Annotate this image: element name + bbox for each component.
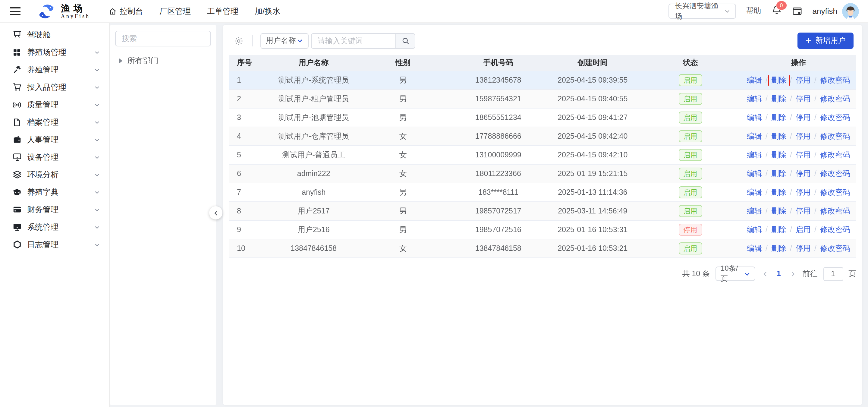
disable-action-link[interactable]: 停用 xyxy=(796,151,811,159)
current-page-number[interactable]: 1 xyxy=(777,270,781,278)
disable-action-link[interactable]: 停用 xyxy=(796,207,811,215)
edit-action-link[interactable]: 编辑 xyxy=(747,113,762,122)
row-index-cell: 9 xyxy=(229,225,273,234)
enable-action-link[interactable]: 启用 xyxy=(796,225,811,233)
delete-action-link[interactable]: 删除 xyxy=(771,132,786,140)
help-link[interactable]: 帮助 xyxy=(746,6,761,16)
edit-action-link[interactable]: 编辑 xyxy=(747,169,762,178)
filter-field-select[interactable]: 用户名称 xyxy=(260,33,309,49)
edit-action-link[interactable]: 编辑 xyxy=(747,151,762,159)
delete-action-link[interactable]: 删除 xyxy=(771,151,786,159)
disable-action-link[interactable]: 停用 xyxy=(796,113,811,122)
table-row: 6admin222女180112233662025-01-19 15:21:15… xyxy=(229,165,856,183)
action-separator: / xyxy=(814,132,816,140)
department-search-input[interactable] xyxy=(115,31,211,46)
search-button[interactable] xyxy=(396,33,415,49)
change-password-action-link[interactable]: 修改密码 xyxy=(820,132,850,140)
action-separator: / xyxy=(790,113,792,122)
change-password-action-link[interactable]: 修改密码 xyxy=(820,225,850,233)
sidebar-item-label: 养殖字典 xyxy=(27,187,59,197)
edit-action-link[interactable]: 编辑 xyxy=(747,188,762,196)
page-size-select[interactable]: 10条/页 xyxy=(715,267,755,281)
phone-cell: 18011223366 xyxy=(451,169,546,178)
created-time-cell: 2025-04-15 09:42:10 xyxy=(546,151,640,159)
monitor-icon xyxy=(12,153,22,162)
delete-action-link[interactable]: 删除 xyxy=(771,244,786,252)
sidebar-item-1[interactable]: 养殖场管理 xyxy=(0,43,109,61)
change-password-action-link[interactable]: 修改密码 xyxy=(820,94,850,103)
table-row: 7anyfish男183****81112025-01-13 11:14:36启… xyxy=(229,183,856,202)
prev-page-button[interactable] xyxy=(761,271,770,277)
edit-action-link[interactable]: 编辑 xyxy=(747,207,762,215)
sidebar-item-7[interactable]: 设备管理 xyxy=(0,148,109,166)
change-password-action-link[interactable]: 修改密码 xyxy=(820,169,850,178)
caret-right-icon[interactable] xyxy=(119,59,122,63)
delete-action-link[interactable]: 删除 xyxy=(771,207,786,215)
sidebar-item-6[interactable]: 人事管理 xyxy=(0,131,109,148)
tree-item-all-departments[interactable]: 所有部门 xyxy=(115,56,211,66)
change-password-action-link[interactable]: 修改密码 xyxy=(820,113,850,122)
delete-action-link[interactable]: 删除 xyxy=(771,169,786,178)
edit-action-link[interactable]: 编辑 xyxy=(747,94,762,103)
console-settings-icon[interactable] xyxy=(792,6,802,16)
delete-action-link[interactable]: 删除 xyxy=(771,94,786,103)
disable-action-link[interactable]: 停用 xyxy=(796,94,811,103)
sidebar-item-10[interactable]: 财务管理 xyxy=(0,201,109,218)
action-separator: / xyxy=(814,225,816,233)
delete-action-link[interactable]: 删除 xyxy=(771,188,786,196)
column-settings-gear-icon[interactable] xyxy=(231,33,246,48)
change-password-action-link[interactable]: 修改密码 xyxy=(820,207,850,215)
disable-action-link[interactable]: 停用 xyxy=(796,244,811,252)
add-user-button[interactable]: 新增用户 xyxy=(798,33,854,49)
sidebar-item-2[interactable]: 养殖管理 xyxy=(0,61,109,79)
sidebar-item-0[interactable]: 驾驶舱 xyxy=(0,26,109,43)
action-separator: / xyxy=(766,113,768,122)
nav-item-workorder[interactable]: 工单管理 xyxy=(207,6,239,17)
edit-action-link[interactable]: 编辑 xyxy=(747,244,762,252)
sidebar-item-5[interactable]: 档案管理 xyxy=(0,113,109,131)
add-user-label: 新增用户 xyxy=(815,36,846,46)
delete-action-link[interactable]: 删除 xyxy=(771,225,786,233)
sidebar-item-12[interactable]: 日志管理 xyxy=(0,236,109,253)
disable-action-link[interactable]: 停用 xyxy=(796,76,811,84)
sidebar-item-11[interactable]: 系统管理 xyxy=(0,218,109,236)
goto-page-input[interactable] xyxy=(823,267,843,281)
column-header: 性别 xyxy=(355,58,451,68)
created-time-cell: 2025-04-15 09:40:55 xyxy=(546,95,640,103)
phone-cell: 183****8111 xyxy=(451,188,546,196)
change-password-action-link[interactable]: 修改密码 xyxy=(820,151,850,159)
edit-action-link[interactable]: 编辑 xyxy=(747,225,762,233)
hamburger-menu-icon[interactable] xyxy=(8,5,23,18)
action-separator: / xyxy=(766,207,768,215)
notification-bell-icon[interactable]: 0 xyxy=(772,5,782,18)
disable-action-link[interactable]: 停用 xyxy=(796,188,811,196)
action-separator: / xyxy=(766,94,768,103)
sidebar-item-4[interactable]: 质量管理 xyxy=(0,96,109,113)
nav-item-water[interactable]: 加/换水 xyxy=(255,6,280,17)
user-avatar[interactable] xyxy=(842,3,859,20)
nav-item-factory[interactable]: 厂区管理 xyxy=(159,6,191,17)
change-password-action-link[interactable]: 修改密码 xyxy=(820,76,850,84)
change-password-action-link[interactable]: 修改密码 xyxy=(820,188,850,196)
delete-action-link[interactable]: 删除 xyxy=(771,76,786,84)
sidebar-item-label: 驾驶舱 xyxy=(27,29,51,40)
nav-item-console[interactable]: 控制台 xyxy=(108,6,143,17)
bank-card-icon xyxy=(12,205,22,214)
delete-action-link[interactable]: 删除 xyxy=(771,113,786,122)
keyword-input[interactable] xyxy=(311,33,396,49)
workspace-select[interactable]: 长兴泗安塘渔场 xyxy=(669,4,736,19)
sidebar-item-8[interactable]: 环境分析 xyxy=(0,166,109,183)
edit-action-link[interactable]: 编辑 xyxy=(747,132,762,140)
edit-action-link[interactable]: 编辑 xyxy=(747,76,762,84)
change-password-action-link[interactable]: 修改密码 xyxy=(820,244,850,252)
next-page-button[interactable] xyxy=(788,271,797,277)
row-index-cell: 1 xyxy=(229,76,273,85)
panel-collapse-button[interactable] xyxy=(209,206,222,219)
sidebar-item-3[interactable]: 投入品管理 xyxy=(0,79,109,96)
disable-action-link[interactable]: 停用 xyxy=(796,132,811,140)
department-panel: 所有部门 xyxy=(110,25,216,405)
column-header: 用户名称 xyxy=(273,58,355,68)
phone-cell: 19857072517 xyxy=(451,207,546,215)
sidebar-item-9[interactable]: 养殖字典 xyxy=(0,183,109,201)
disable-action-link[interactable]: 停用 xyxy=(796,169,811,178)
